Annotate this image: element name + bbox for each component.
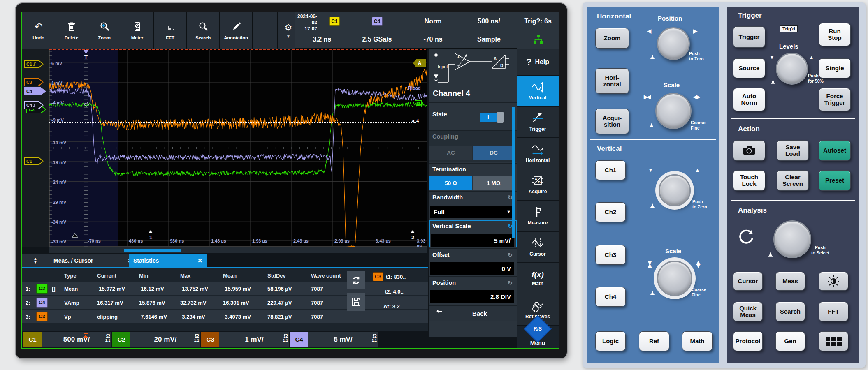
- vertical-scale-field[interactable]: 5 mV/: [431, 234, 514, 247]
- status-horizontal-position[interactable]: -70 ns: [405, 30, 461, 49]
- fft-button[interactable]: FFT: [154, 12, 187, 49]
- zoom-button[interactable]: Zoom: [88, 12, 121, 49]
- horizontal-scale-knob[interactable]: [655, 93, 692, 129]
- trigger-position-marker[interactable]: [72, 233, 78, 238]
- autoset-button[interactable]: Autoset: [819, 140, 851, 161]
- ch3-button[interactable]: Ch3: [595, 245, 626, 265]
- single-button[interactable]: Single: [819, 58, 851, 78]
- c1-position-marker[interactable]: C1: [24, 157, 44, 165]
- channel-3-control[interactable]: C3 1 mV/ Ω1:1: [201, 332, 289, 347]
- position-field[interactable]: 2.8 DIV: [430, 290, 514, 303]
- status-sample-rate[interactable]: 2.5 GSa/s: [349, 30, 405, 49]
- cursor-1-handle[interactable]: [149, 230, 153, 233]
- horizontal-hw-button[interactable]: Hori- zontal: [595, 68, 629, 94]
- panel-splitter-button[interactable]: ▲ ▼: [22, 254, 49, 267]
- apps-grid-button[interactable]: [819, 331, 848, 351]
- undo-button[interactable]: ↶ Undo: [22, 12, 55, 49]
- ch2-button[interactable]: Ch2: [595, 202, 626, 222]
- help-button[interactable]: ? Help: [517, 49, 559, 75]
- vertical-position-knob[interactable]: [659, 174, 691, 206]
- ch4-button[interactable]: Ch4: [595, 287, 626, 307]
- trigger-level-knob[interactable]: [776, 53, 808, 85]
- table-row[interactable]: 1: C2 [] Mean -15.972 mV -16.12 mV -13.7…: [22, 282, 428, 295]
- auto-norm-button[interactable]: Auto Norm: [733, 88, 765, 111]
- reference-tag-b[interactable]: B: [415, 100, 422, 107]
- sidebar-item-acquire[interactable]: AD Acquire: [517, 169, 559, 200]
- logic-button[interactable]: Logic: [595, 331, 626, 351]
- termination-1mohm-button[interactable]: 1 MΩ: [473, 176, 514, 190]
- quick-meas-button[interactable]: Quick Meas: [733, 302, 763, 321]
- annotation-rload[interactable]: Rload: [408, 86, 421, 90]
- tab-statistics[interactable]: Statistics ✕: [129, 254, 207, 267]
- status-active-channel-c4[interactable]: C4: [349, 12, 405, 30]
- close-icon[interactable]: ✕: [197, 257, 202, 264]
- save-load-button[interactable]: Save Load: [777, 140, 809, 161]
- clear-screen-button[interactable]: Clear Screen: [777, 170, 809, 191]
- state-toggle[interactable]: I: [480, 112, 504, 123]
- acquisition-hw-button[interactable]: Acqui- sition: [595, 109, 629, 134]
- sidebar-item-measure[interactable]: Measure: [517, 201, 559, 231]
- sidebar-item-trigger[interactable]: Trigger: [517, 107, 559, 137]
- status-trigger-source-c1[interactable]: C1: [320, 12, 349, 30]
- c1-trigger-marker[interactable]: C1: [24, 60, 44, 68]
- annotation-button[interactable]: Annotation: [220, 12, 253, 49]
- waveform-display[interactable]: 6 mV 1 mV -4 mV -9 mV -14 mV -19 mV -24 …: [49, 49, 427, 247]
- tab-meas-cursor[interactable]: Meas. / Cursor ✕: [49, 254, 137, 267]
- navigation-knob[interactable]: [773, 220, 811, 258]
- reset-icon[interactable]: ↻: [508, 252, 513, 258]
- reset-icon[interactable]: ↻: [508, 280, 513, 286]
- horizontal-scrollbar[interactable]: [49, 247, 427, 253]
- bandwidth-select[interactable]: Full ▼: [430, 206, 514, 218]
- table-row[interactable]: 2: C4 VAmp 16.317 mV 15.876 mV 32.732 mV…: [22, 296, 428, 309]
- sidebar-item-vertical[interactable]: Vertical: [517, 76, 559, 106]
- math-button[interactable]: Math: [682, 331, 713, 351]
- horizontal-position-knob[interactable]: [657, 27, 690, 60]
- status-trigger-mode[interactable]: Norm: [405, 12, 461, 30]
- menu-button[interactable]: R/S Menu: [517, 326, 559, 348]
- save-statistics-button[interactable]: [347, 293, 365, 311]
- table-row[interactable]: 3: C3 Vp- clipping- -7.6146 mV -3.234 mV…: [22, 310, 428, 323]
- termination-50ohm-button[interactable]: 50 Ω: [429, 176, 472, 190]
- coupling-ac-button[interactable]: AC: [429, 146, 472, 160]
- status-trigger-state[interactable]: Trig?: 6s: [517, 12, 559, 30]
- sidebar-item-horizontal[interactable]: Horizontal: [517, 138, 559, 169]
- screenshot-button[interactable]: [733, 140, 765, 161]
- trigger-hw-button[interactable]: Trigger: [733, 26, 765, 48]
- preset-button[interactable]: Preset: [819, 170, 851, 191]
- force-trigger-button[interactable]: Force Trigger: [819, 88, 851, 111]
- trigger-time-marker-icon[interactable]: [84, 50, 88, 54]
- annotation-prs[interactable]: Prs: [414, 78, 421, 83]
- cursor-2-handle[interactable]: [411, 230, 415, 233]
- cursor-1-line[interactable]: [151, 50, 151, 230]
- touch-lock-button[interactable]: Touch Lock: [733, 170, 765, 191]
- status-acquisition-mode[interactable]: Sample: [461, 30, 517, 49]
- sidebar-item-math[interactable]: f(x) Math: [517, 263, 559, 294]
- delete-button[interactable]: Delete: [55, 12, 88, 49]
- cursor-hw-button[interactable]: Cursor: [733, 272, 763, 291]
- protocol-button[interactable]: Protocol: [733, 331, 763, 351]
- c3-position-marker[interactable]: C3: [24, 78, 44, 86]
- back-button[interactable]: Back: [429, 305, 517, 321]
- status-resolution[interactable]: 3.2 ns: [295, 30, 349, 49]
- channel-2-control[interactable]: C2 20 mV/ Ω1:1: [112, 332, 200, 347]
- search-hw-button[interactable]: Search: [775, 302, 805, 321]
- display-brightness-button[interactable]: [819, 272, 848, 291]
- trigger-level-marker-4[interactable]: ◄ 4: [411, 118, 419, 123]
- cursor-2-line[interactable]: [413, 50, 413, 230]
- status-timebase[interactable]: 500 ns/: [461, 12, 517, 30]
- zoom-hw-button[interactable]: Zoom: [595, 28, 629, 49]
- vertical-scale-knob[interactable]: [657, 261, 692, 296]
- run-stop-button[interactable]: Run Stop: [819, 23, 851, 46]
- horizontal-scrollbar-thumb[interactable]: [124, 249, 181, 252]
- source-button[interactable]: Source: [733, 58, 765, 78]
- ch1-button[interactable]: Ch1: [595, 160, 626, 180]
- channel-4-control[interactable]: C4 5 mV/ Ω1:1: [290, 332, 378, 347]
- coupling-dc-button[interactable]: DC: [473, 146, 514, 160]
- refresh-statistics-button[interactable]: [347, 271, 365, 289]
- meas-button[interactable]: Meas: [775, 272, 805, 291]
- ref-button[interactable]: Ref: [639, 331, 669, 351]
- offset-field[interactable]: 0 V: [430, 262, 514, 275]
- sidebar-item-cursor[interactable]: Cursor: [517, 232, 559, 262]
- search-button[interactable]: Search: [187, 12, 220, 49]
- c4-position-marker[interactable]: C4: [24, 87, 46, 95]
